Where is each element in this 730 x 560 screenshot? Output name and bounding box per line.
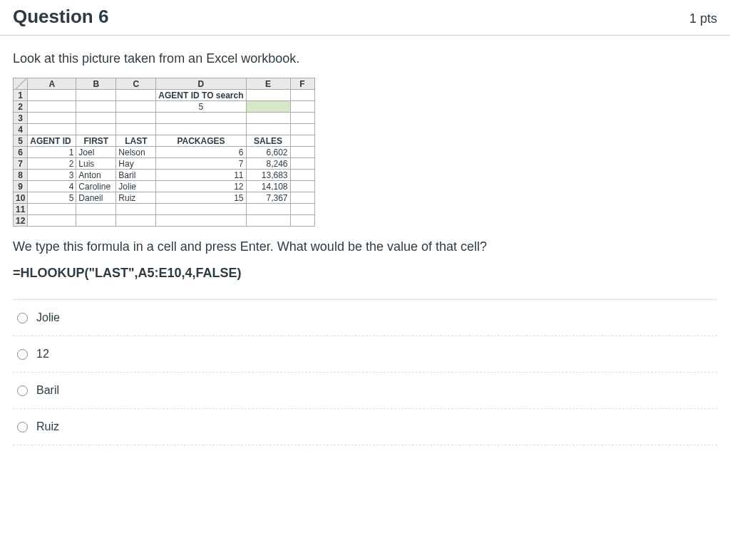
radio-icon xyxy=(17,385,28,396)
col-header-a: A xyxy=(28,78,76,90)
question-title: Question 6 xyxy=(13,6,108,28)
row-header: 4 xyxy=(14,124,28,135)
col-header-c: C xyxy=(116,78,156,90)
answer-label: Jolie xyxy=(36,311,60,324)
row-header: 3 xyxy=(14,113,28,124)
row-header: 2 xyxy=(14,101,28,113)
answer-label: 12 xyxy=(36,348,49,361)
answer-option[interactable]: Ruiz xyxy=(13,409,717,445)
answer-option[interactable]: Baril xyxy=(13,373,717,409)
col-header-f: F xyxy=(290,78,314,90)
cell-c5: LAST xyxy=(116,135,156,147)
cell-e5: SALES xyxy=(246,135,290,147)
table-row: 9 4 Caroline Jolie 12 14,108 xyxy=(14,181,315,192)
question-formula: =HLOOKUP("LAST",A5:E10,4,FALSE) xyxy=(13,266,717,281)
col-header-d: D xyxy=(156,78,246,90)
answer-label: Baril xyxy=(36,384,59,397)
row-header: 12 xyxy=(14,215,28,227)
cell-b5: FIRST xyxy=(76,135,116,147)
cell-d5: PACKAGES xyxy=(156,135,246,147)
excel-corner xyxy=(14,78,28,90)
answer-option[interactable]: 12 xyxy=(13,336,717,373)
answer-option[interactable]: Jolie xyxy=(13,300,717,336)
question-stem-line1: Look at this picture taken from an Excel… xyxy=(13,51,717,66)
cell-d1: AGENT ID TO search xyxy=(156,90,246,101)
answer-list: Jolie 12 Baril Ruiz xyxy=(13,299,717,445)
cell-d2: 5 xyxy=(156,101,246,113)
row-header: 1 xyxy=(14,90,28,101)
radio-icon xyxy=(17,422,28,432)
col-header-e: E xyxy=(246,78,290,90)
radio-icon xyxy=(17,313,28,323)
question-body: Look at this picture taken from an Excel… xyxy=(0,36,730,452)
cell-a5: AGENT ID xyxy=(28,135,76,147)
cell-e2-highlight xyxy=(246,101,290,113)
table-row: 6 1 Joel Nelson 6 6,602 xyxy=(14,147,315,158)
answer-label: Ruiz xyxy=(36,420,59,433)
table-row: 7 2 Luis Hay 7 8,246 xyxy=(14,158,315,170)
excel-screenshot: A B C D E F 1 AGENT ID TO search 2 5 3 4… xyxy=(13,78,315,227)
col-header-b: B xyxy=(76,78,116,90)
question-points: 1 pts xyxy=(689,11,717,26)
question-header-bar: Question 6 1 pts xyxy=(0,0,730,36)
row-header: 5 xyxy=(14,135,28,147)
table-row: 8 3 Anton Baril 11 13,683 xyxy=(14,170,315,181)
table-row: 10 5 Daneil Ruiz 15 7,367 xyxy=(14,192,315,204)
question-stem-line2: We type this formula in a cell and press… xyxy=(13,239,717,254)
radio-icon xyxy=(17,349,28,360)
row-header: 11 xyxy=(14,204,28,215)
